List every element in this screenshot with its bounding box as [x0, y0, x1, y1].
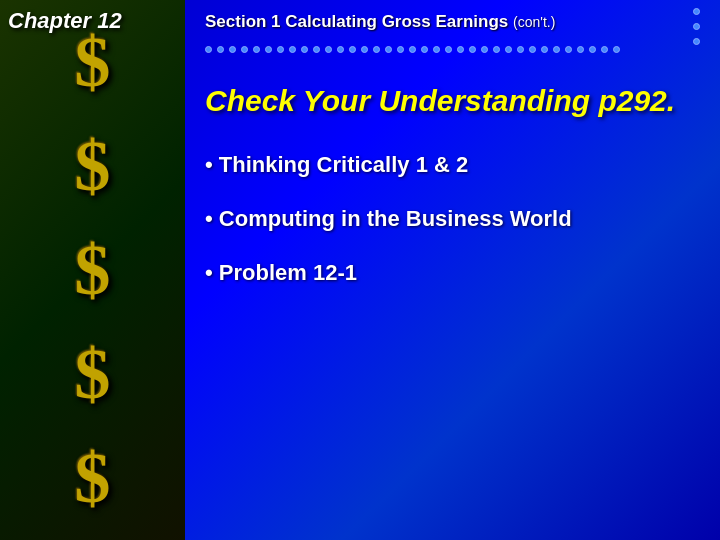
- dot: [541, 46, 548, 53]
- dot: [481, 46, 488, 53]
- v-dot-2: [693, 23, 700, 30]
- dot: [313, 46, 320, 53]
- header-bar: Section 1 Calculating Gross Earnings (co…: [205, 0, 700, 42]
- dollar-signs-container: $ $ $ $ $: [0, 0, 185, 540]
- dot: [361, 46, 368, 53]
- dot: [613, 46, 620, 53]
- dot: [265, 46, 272, 53]
- dot: [457, 46, 464, 53]
- dollar-sign-4: $: [75, 342, 111, 407]
- content-area: Section 1 Calculating Gross Earnings (co…: [185, 0, 720, 540]
- dot: [277, 46, 284, 53]
- dot: [589, 46, 596, 53]
- v-dot-3: [693, 38, 700, 45]
- bullet-item-1: Thinking Critically 1 & 2: [205, 152, 700, 178]
- dot: [445, 46, 452, 53]
- dot: [433, 46, 440, 53]
- dollar-sign-2: $: [75, 134, 111, 199]
- dot: [349, 46, 356, 53]
- vertical-dots: [693, 0, 700, 45]
- dot: [337, 46, 344, 53]
- dollar-sign-1: $: [75, 30, 111, 95]
- dollar-sign-5: $: [75, 446, 111, 511]
- dot: [241, 46, 248, 53]
- dot: [253, 46, 260, 53]
- dot: [529, 46, 536, 53]
- dot: [385, 46, 392, 53]
- dot: [229, 46, 236, 53]
- chapter-label: Chapter 12: [8, 8, 122, 34]
- dots-row: [205, 46, 700, 53]
- dot: [577, 46, 584, 53]
- dot: [289, 46, 296, 53]
- dot: [421, 46, 428, 53]
- dot: [397, 46, 404, 53]
- bullet-item-2: Computing in the Business World: [205, 206, 700, 232]
- dot: [505, 46, 512, 53]
- dot: [565, 46, 572, 53]
- main-container: $ $ $ $ $ Chapter 12 Section 1 Calculati…: [0, 0, 720, 540]
- check-heading: Check Your Understanding p292.: [205, 84, 700, 117]
- dot: [301, 46, 308, 53]
- dot: [493, 46, 500, 53]
- dot: [373, 46, 380, 53]
- v-dot-1: [693, 8, 700, 15]
- dot: [601, 46, 608, 53]
- section-title: Section 1 Calculating Gross Earnings (co…: [205, 12, 555, 32]
- sidebar: $ $ $ $ $: [0, 0, 185, 540]
- dot: [553, 46, 560, 53]
- dollar-sign-3: $: [75, 238, 111, 303]
- dot: [217, 46, 224, 53]
- dot: [517, 46, 524, 53]
- dot: [325, 46, 332, 53]
- dot: [409, 46, 416, 53]
- bullet-item-3: Problem 12-1: [205, 260, 700, 286]
- dot: [469, 46, 476, 53]
- dot: [205, 46, 212, 53]
- dotted-border: [205, 44, 700, 54]
